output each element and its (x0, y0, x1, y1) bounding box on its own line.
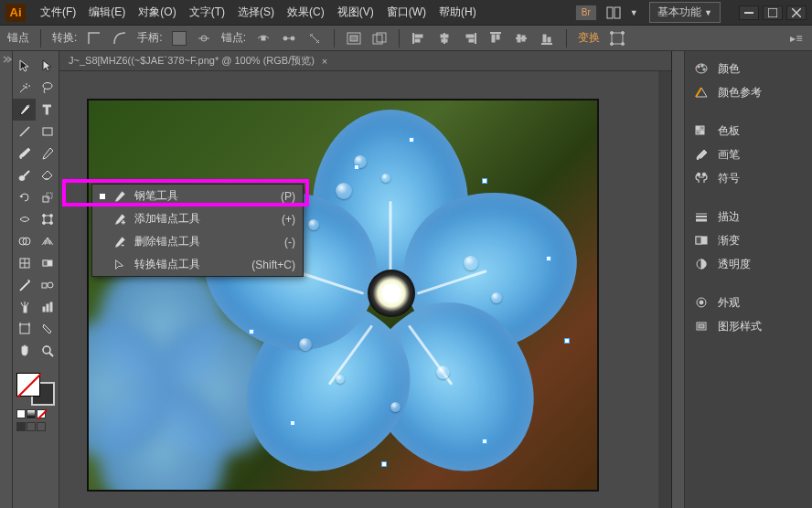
paintbrush-tool[interactable] (13, 143, 36, 164)
eraser-tool[interactable] (36, 164, 59, 186)
menu-type[interactable]: 文字(T) (184, 1, 230, 24)
isolate-icon[interactable] (346, 30, 362, 47)
close-button[interactable] (786, 5, 807, 20)
panel-stroke[interactable]: 描边 (685, 205, 812, 228)
magic-wand-tool[interactable] (13, 77, 36, 99)
panel-symbols[interactable]: 符号 (685, 166, 812, 190)
free-transform-tool[interactable] (36, 208, 59, 230)
artboard[interactable] (87, 99, 599, 492)
layout-dropdown-icon[interactable]: ▼ (630, 8, 638, 17)
hand-tool[interactable] (13, 340, 36, 362)
align-v-top-icon[interactable] (487, 30, 504, 47)
panel-color-guide[interactable]: 颜色参考 (685, 80, 812, 104)
tool-panel-toggle[interactable] (0, 51, 13, 508)
align-h-left-icon[interactable] (411, 30, 427, 47)
panel-dock-toggle[interactable] (672, 51, 685, 508)
panel-graphic-styles[interactable]: 图形样式 (685, 314, 812, 338)
lasso-tool[interactable] (36, 77, 59, 99)
align-v-center-icon[interactable] (513, 30, 529, 47)
line-tool[interactable] (13, 121, 36, 143)
convert-corner-icon[interactable] (86, 30, 102, 47)
type-tool[interactable]: T (36, 99, 59, 121)
flyout-delete-anchor-tool[interactable]: - 删除锚点工具 (-) (92, 230, 303, 253)
arrange-documents-button[interactable] (603, 5, 625, 21)
pencil-tool[interactable] (36, 143, 59, 164)
panel-transparency[interactable]: 透明度 (685, 252, 812, 276)
align-h-center-icon[interactable] (436, 30, 453, 47)
anchor2-label: 锚点: (221, 30, 246, 46)
bridge-button[interactable]: Br (575, 5, 597, 21)
slice-tool[interactable] (36, 318, 59, 340)
menu-view[interactable]: 视图(V) (332, 1, 379, 24)
menu-object[interactable]: 对象(O) (133, 1, 181, 24)
rectangle-tool[interactable] (36, 121, 59, 143)
flyout-pen-tool[interactable]: 钢笔工具 (P) (92, 185, 303, 207)
connect-anchor-icon[interactable] (281, 30, 297, 47)
panel-brushes[interactable]: 画笔 (685, 143, 812, 166)
menu-file[interactable]: 文件(F) (35, 1, 81, 24)
svg-rect-0 (607, 7, 613, 18)
panel-label: 描边 (718, 209, 740, 225)
blend-tool[interactable] (36, 274, 59, 296)
mode-behind[interactable] (27, 422, 36, 431)
width-tool[interactable] (13, 208, 36, 230)
scale-tool[interactable] (36, 186, 59, 208)
mesh-tool[interactable] (13, 252, 36, 274)
transform-label[interactable]: 变换 (578, 30, 600, 46)
panel-color[interactable]: 颜色 (685, 57, 812, 80)
flyout-item-label: 钢笔工具 (134, 188, 273, 204)
selection-tool[interactable] (13, 55, 36, 77)
svg-point-40 (27, 105, 29, 107)
maximize-button[interactable] (763, 5, 783, 20)
canvas-area[interactable] (59, 71, 671, 508)
blob-brush-tool[interactable] (13, 164, 36, 186)
svg-rect-24 (469, 39, 474, 42)
menu-help[interactable]: 帮助(H) (433, 1, 482, 24)
direct-selection-tool[interactable] (36, 55, 59, 77)
group-icon[interactable] (371, 30, 388, 47)
align-h-right-icon[interactable] (462, 30, 478, 47)
menu-effect[interactable]: 效果(C) (282, 1, 330, 24)
mode-inside[interactable] (37, 422, 46, 431)
vertical-scrollbar[interactable] (658, 71, 671, 508)
swatch-white[interactable] (16, 409, 26, 418)
transform-panel-icon[interactable] (609, 30, 625, 47)
flyout-item-label: 删除锚点工具 (134, 234, 277, 249)
zoom-tool[interactable] (36, 340, 59, 362)
document-tab[interactable]: J~_S8[MHZ6((~$JAE`378~F.png* @ 100% (RGB… (59, 51, 671, 71)
flyout-add-anchor-tool[interactable]: + 添加锚点工具 (+) (92, 207, 303, 230)
graph-tool[interactable] (36, 296, 59, 318)
pen-tool[interactable] (13, 99, 36, 121)
handle-show-icon[interactable] (172, 31, 187, 46)
close-tab-icon[interactable]: × (322, 56, 327, 67)
menu-edit[interactable]: 编辑(E) (83, 1, 131, 24)
convert-smooth-icon[interactable] (112, 30, 128, 47)
minimize-button[interactable] (739, 5, 759, 20)
handle-hide-icon[interactable] (196, 30, 212, 47)
artboard-tool[interactable] (13, 318, 36, 340)
fill-swatch[interactable] (16, 373, 40, 397)
control-menu-icon[interactable]: ▸≡ (788, 30, 805, 47)
gradient-tool[interactable] (36, 252, 59, 274)
svg-point-38 (622, 42, 625, 45)
eyedropper-tool[interactable] (13, 274, 36, 296)
cut-path-icon[interactable] (306, 30, 323, 47)
menu-window[interactable]: 窗口(W) (381, 1, 432, 24)
workspace-switcher[interactable]: 基本功能 ▼ (649, 2, 721, 23)
mode-normal[interactable] (16, 422, 26, 431)
align-v-bottom-icon[interactable] (539, 30, 555, 47)
remove-anchor-icon[interactable] (255, 30, 272, 47)
svg-point-89 (700, 301, 703, 304)
rotate-tool[interactable] (13, 186, 36, 208)
perspective-grid-tool[interactable] (36, 230, 59, 252)
swatch-none[interactable] (37, 409, 46, 418)
panel-gradient[interactable]: 渐变 (685, 228, 812, 252)
svg-point-48 (42, 215, 45, 217)
shape-builder-tool[interactable] (13, 230, 36, 252)
swatch-gradient[interactable] (27, 409, 36, 418)
panel-swatches[interactable]: 色板 (685, 119, 812, 143)
symbol-sprayer-tool[interactable] (13, 296, 36, 318)
menu-select[interactable]: 选择(S) (232, 1, 280, 24)
flyout-convert-anchor-tool[interactable]: 转换锚点工具 (Shift+C) (92, 253, 303, 276)
panel-appearance[interactable]: 外观 (685, 291, 812, 314)
